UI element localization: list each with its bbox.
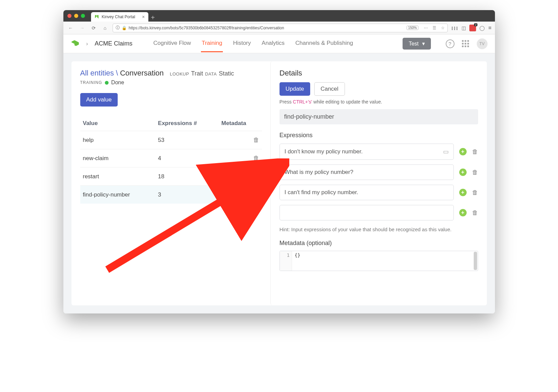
expression-input[interactable]: ▭ — [280, 144, 454, 160]
trash-icon[interactable]: 🗑 — [472, 169, 478, 176]
zoom-badge[interactable]: 150% — [407, 26, 419, 30]
update-button[interactable]: Update — [280, 82, 310, 96]
trash-icon[interactable]: 🗑 — [472, 148, 478, 155]
breadcrumb: All entities\ Conversation LOOKUP Trait … — [80, 69, 262, 78]
metadata-editor[interactable]: 1 {} — [280, 251, 478, 271]
nav-analytics[interactable]: Analytics — [261, 35, 285, 52]
browser-tab[interactable]: Kinvey Chat Portal × — [91, 12, 148, 22]
profile-icon[interactable]: ◯ — [479, 25, 485, 31]
home-button[interactable]: ⌂ — [101, 24, 109, 32]
apps-grid-icon[interactable] — [462, 40, 469, 47]
table-row[interactable]: restart 18 🗑 — [80, 168, 262, 186]
cancel-button[interactable]: Cancel — [314, 82, 345, 96]
maximize-window[interactable] — [81, 14, 85, 18]
sidebar-icon[interactable]: ◫ — [462, 25, 466, 31]
avatar[interactable]: TV — [477, 38, 488, 49]
trash-icon[interactable]: 🗑 — [253, 155, 259, 161]
new-tab-button[interactable]: + — [151, 14, 155, 22]
expression-input[interactable] — [280, 205, 454, 220]
app-header: › ACME Claims Cognitive Flow Training Hi… — [63, 34, 495, 53]
status-dot-icon — [105, 81, 109, 85]
training-status: TRAINING Done — [80, 80, 262, 86]
add-expression-icon[interactable]: + — [459, 148, 467, 155]
expression-text[interactable] — [285, 169, 449, 176]
expression-row: + 🗑 — [280, 205, 478, 220]
menu-icon[interactable]: ≡ — [488, 25, 491, 31]
table-row[interactable]: help 53 🗑 — [80, 131, 262, 149]
cell-count: 4 — [155, 149, 219, 168]
add-value-button[interactable]: Add value — [80, 93, 118, 107]
values-table: Value Expressions # Metadata help 53 🗑 n… — [80, 116, 262, 204]
close-tab-icon[interactable]: × — [142, 14, 145, 20]
cell-count: 3 — [155, 186, 219, 204]
cell-value: find-policy-number — [80, 186, 155, 204]
add-expression-icon[interactable]: + — [459, 189, 467, 196]
nav-channels[interactable]: Channels & Publishing — [295, 35, 354, 52]
browser-titlebar: Kinvey Chat Portal × + — [63, 10, 495, 22]
hint-post: while editing to update the value. — [312, 99, 382, 104]
favicon-icon — [94, 14, 99, 19]
reader-icon[interactable]: ☰ — [433, 26, 436, 30]
nav-history[interactable]: History — [232, 35, 252, 52]
breadcrumb-chevron-icon: › — [86, 41, 88, 47]
table-row[interactable]: new-claim 4 🗑 — [80, 149, 262, 168]
star-icon[interactable]: ☆ — [441, 26, 445, 30]
breadcrumb-entity-name: Conversation — [120, 69, 164, 78]
browser-toolbar: ← → ⟳ ⌂ ⓘ 🔒 https://bots.kinvey.com/bots… — [63, 22, 495, 34]
col-value[interactable]: Value — [80, 116, 155, 131]
expressions-label: Expressions — [280, 132, 478, 139]
toolbar-right: ⫿⫿⫿ ◫ ◯ ≡ — [451, 25, 491, 31]
expressions-hint: Hint: Input expressions of your value th… — [280, 227, 478, 232]
trash-icon[interactable]: 🗑 — [253, 173, 259, 180]
extension-icon[interactable] — [469, 25, 476, 31]
expression-input[interactable] — [280, 164, 454, 180]
test-button[interactable]: Test ▾ — [403, 38, 431, 50]
tab-title: Kinvey Chat Portal — [102, 14, 135, 19]
add-expression-icon[interactable]: + — [459, 169, 467, 176]
details-panel: Details Update Cancel Press CTRL+'s' whi… — [270, 61, 487, 305]
save-hint: Press CTRL+'s' while editing to update t… — [280, 99, 478, 104]
expression-text[interactable] — [285, 189, 449, 196]
col-metadata[interactable]: Metadata — [218, 116, 262, 131]
expression-text[interactable] — [285, 148, 440, 155]
nav-training[interactable]: Training — [201, 35, 223, 52]
table-row[interactable]: find-policy-number 3 🗑 — [80, 186, 262, 204]
code-body[interactable]: {} — [292, 251, 478, 271]
more-icon[interactable]: ⋯ — [424, 26, 428, 30]
minimize-window[interactable] — [74, 14, 78, 18]
scrollbar[interactable] — [474, 252, 477, 270]
trash-icon[interactable]: 🗑 — [472, 189, 478, 196]
app-logo-icon[interactable] — [71, 39, 80, 48]
expression-input[interactable] — [280, 185, 454, 200]
back-button[interactable]: ← — [67, 24, 75, 32]
lock-icon: 🔒 — [122, 26, 127, 30]
data-label: DATA — [205, 71, 217, 77]
forward-button[interactable]: → — [78, 24, 86, 32]
nav-cognitive-flow[interactable]: Cognitive Flow — [153, 35, 192, 52]
library-icon[interactable]: ⫿⫿⫿ — [451, 25, 458, 31]
expression-text[interactable] — [285, 209, 449, 216]
trash-icon[interactable]: 🗑 — [253, 191, 259, 198]
reload-button[interactable]: ⟳ — [90, 24, 98, 32]
trash-icon[interactable]: 🗑 — [253, 137, 259, 143]
trash-icon[interactable]: 🗑 — [472, 209, 478, 216]
cell-value: new-claim — [80, 149, 155, 168]
training-status-text: Done — [111, 80, 124, 86]
main-nav: Cognitive Flow Training History Analytic… — [153, 35, 354, 52]
project-name[interactable]: ACME Claims — [95, 40, 133, 47]
breadcrumb-all-entities[interactable]: All entities — [80, 69, 114, 78]
info-icon[interactable]: ⓘ — [116, 25, 120, 31]
value-name-field[interactable]: find-policy-number — [280, 109, 478, 124]
card-icon[interactable]: ▭ — [443, 148, 449, 155]
expression-row: + 🗑 — [280, 164, 478, 180]
expression-row: + 🗑 — [280, 185, 478, 200]
header-right: ? TV — [446, 38, 488, 49]
add-expression-icon[interactable]: + — [459, 209, 467, 216]
col-expressions[interactable]: Expressions # — [155, 116, 219, 131]
cell-count: 18 — [155, 168, 219, 186]
lookup-label: LOOKUP — [170, 71, 189, 77]
address-bar[interactable]: ⓘ 🔒 https://bots.kinvey.com/bots/5c79350… — [113, 24, 448, 32]
help-icon[interactable]: ? — [446, 39, 454, 48]
hint-kbd: CTRL+'s' — [293, 99, 312, 104]
close-window[interactable] — [67, 14, 71, 18]
